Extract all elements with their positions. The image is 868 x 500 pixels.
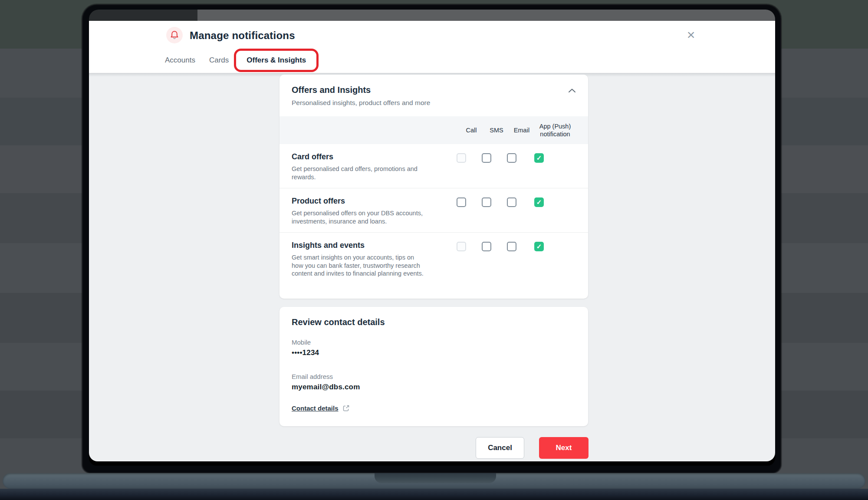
checkbox-sms[interactable] <box>482 153 491 163</box>
tab-bar: Accounts Cards Offers & Insights <box>165 49 319 72</box>
row-description: Get personalised offers on your DBS acco… <box>292 209 424 225</box>
contact-card-content: Review contact details Mobile ••••1234 E… <box>279 307 588 412</box>
row-description: Get personalised card offers, promotions… <box>292 165 424 181</box>
checkbox-cell <box>449 197 474 225</box>
external-link-icon <box>342 405 350 412</box>
checkbox-call <box>457 153 466 163</box>
manage-notifications-modal: Manage notifications × Accounts Cards Of… <box>89 21 775 461</box>
checkbox-email[interactable] <box>507 242 516 251</box>
desktop-background: Manage notifications × Accounts Cards Of… <box>0 0 868 500</box>
channel-column-headers: Call SMS Email App (Push) notification <box>279 116 588 144</box>
tab-offers-insights[interactable]: Offers & Insights <box>247 56 306 65</box>
chevron-up-icon[interactable] <box>568 88 576 94</box>
column-header-call: Call <box>459 126 484 134</box>
row-text: Product offers Get personalised offers o… <box>292 197 449 225</box>
checkbox-cell <box>449 152 474 181</box>
checkbox-call[interactable] <box>457 197 466 207</box>
tab-accounts[interactable]: Accounts <box>165 56 195 65</box>
row-title: Product offers <box>292 197 442 206</box>
screen-content: Manage notifications × Accounts Cards Of… <box>89 10 775 466</box>
row-title: Card offers <box>292 152 442 161</box>
checkbox-email[interactable] <box>507 153 516 163</box>
checkbox-cell <box>449 241 474 278</box>
checkbox-cell: ✓ <box>524 197 576 225</box>
table-row-insights-events: Insights and events Get smart insights o… <box>279 233 588 285</box>
laptop-base-notch <box>375 473 496 483</box>
offers-insights-card: Offers and Insights Personalised insight… <box>279 75 588 299</box>
email-value: myemail@dbs.com <box>292 383 576 391</box>
dimmed-page-topbar <box>89 10 775 21</box>
checkbox-app-push[interactable]: ✓ <box>534 197 544 207</box>
annotation-highlight-box: Offers & Insights <box>234 49 319 72</box>
checkbox-cell <box>474 197 499 225</box>
contact-details-card: Review contact details Mobile ••••1234 E… <box>279 307 588 426</box>
offers-card-title: Offers and Insights <box>292 85 576 95</box>
checkbox-cell <box>474 152 499 181</box>
cancel-button[interactable]: Cancel <box>476 437 524 459</box>
contact-details-link[interactable]: Contact details <box>292 405 350 412</box>
column-header-app-push: App (Push) notification <box>534 122 576 138</box>
contact-card-title: Review contact details <box>292 317 576 327</box>
modal-body: Offers and Insights Personalised insight… <box>89 73 775 461</box>
checkbox-sms[interactable] <box>482 242 491 251</box>
modal-title: Manage notifications <box>190 30 295 42</box>
row-description: Get smart insights on your accounts, tip… <box>292 253 424 278</box>
checkbox-cell <box>499 197 524 225</box>
laptop-hinge <box>0 489 868 500</box>
close-icon[interactable]: × <box>681 25 700 44</box>
row-text: Card offers Get personalised card offers… <box>292 152 449 181</box>
dimmed-topbar-right-segment <box>197 10 775 21</box>
mobile-label: Mobile <box>292 339 576 346</box>
offers-card-header: Offers and Insights Personalised insight… <box>279 75 588 107</box>
table-row-product-offers: Product offers Get personalised offers o… <box>279 188 588 233</box>
checkbox-cell <box>474 241 499 278</box>
row-text: Insights and events Get smart insights o… <box>292 241 449 278</box>
checkbox-app-push[interactable]: ✓ <box>534 153 544 163</box>
laptop-screen: Manage notifications × Accounts Cards Of… <box>82 4 781 473</box>
email-label: Email address <box>292 373 576 380</box>
checkbox-app-push[interactable]: ✓ <box>534 242 544 251</box>
next-button[interactable]: Next <box>539 437 589 459</box>
column-header-sms: SMS <box>484 126 509 134</box>
checkbox-cell: ✓ <box>524 152 576 181</box>
checkbox-email[interactable] <box>507 197 516 207</box>
dimmed-topbar-left-segment <box>89 10 197 21</box>
table-row-card-offers: Card offers Get personalised card offers… <box>279 144 588 188</box>
checkbox-sms[interactable] <box>482 197 491 207</box>
tab-cards[interactable]: Cards <box>209 56 229 65</box>
checkbox-call <box>457 242 466 251</box>
modal-header: Manage notifications × Accounts Cards Of… <box>89 21 775 73</box>
offers-card-subtitle: Personalised insights, product offers an… <box>292 99 576 107</box>
mobile-value: ••••1234 <box>292 349 576 357</box>
checkbox-cell: ✓ <box>524 241 576 278</box>
row-title: Insights and events <box>292 241 442 250</box>
bell-icon <box>166 27 183 43</box>
checkbox-cell <box>499 241 524 278</box>
checkbox-cell <box>499 152 524 181</box>
column-header-email: Email <box>509 126 534 134</box>
